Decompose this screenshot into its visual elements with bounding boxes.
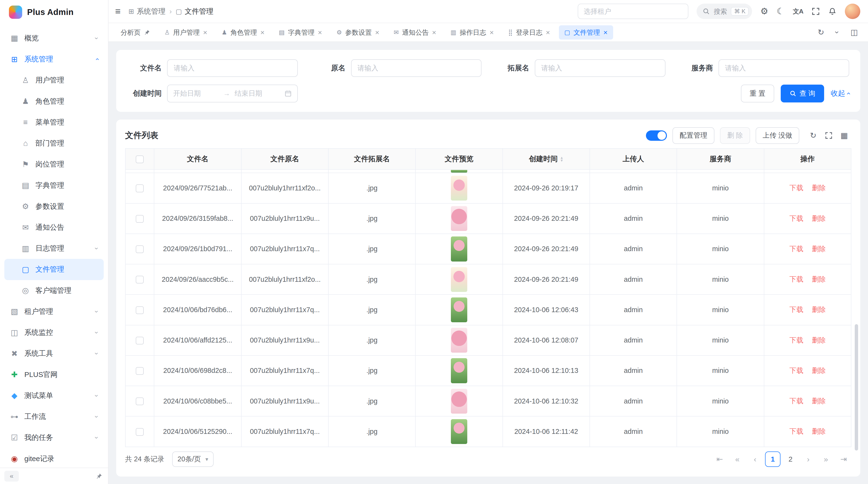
image-preview[interactable] <box>451 176 467 200</box>
row-checkbox[interactable] <box>136 246 144 253</box>
upload-button[interactable]: 上传 没做 <box>756 127 800 144</box>
tab[interactable]: ♟ 角色管理 × <box>216 25 270 40</box>
refresh-tab-icon[interactable]: ↻ <box>814 25 828 40</box>
download-link[interactable]: 下载 <box>789 305 803 313</box>
pin-sidebar-icon[interactable] <box>96 473 102 480</box>
sidebar-item[interactable]: ◎ 客户端管理 › <box>4 280 103 301</box>
row-checkbox[interactable] <box>136 337 144 345</box>
tab[interactable]: ⚙ 参数设置 × <box>331 25 385 40</box>
delete-button[interactable]: 删 除 <box>720 127 750 144</box>
delete-link[interactable]: 删除 <box>812 184 826 192</box>
sidebar-item[interactable]: ⚙ 参数设置 › <box>4 196 103 217</box>
sidebar-item[interactable]: ☑ 我的任务 › <box>4 427 103 448</box>
download-link[interactable]: 下载 <box>789 184 803 192</box>
filter-input[interactable] <box>535 59 665 77</box>
sidebar-item[interactable]: ⊞ 系统管理 › <box>4 49 103 70</box>
delete-link[interactable]: 删除 <box>812 397 826 405</box>
fullscreen-table-icon[interactable] <box>822 128 836 143</box>
tab[interactable]: ▢ 文件管理 × <box>559 25 613 40</box>
sidebar-item[interactable]: ◆ 测试菜单 › <box>4 385 103 406</box>
image-preview[interactable] <box>451 206 467 231</box>
image-preview[interactable] <box>451 389 467 414</box>
filter-input[interactable] <box>167 59 298 77</box>
tab[interactable]: ✉ 通知公告 × <box>388 25 442 40</box>
notifications-bell-icon[interactable] <box>828 7 836 15</box>
download-link[interactable]: 下载 <box>789 427 803 435</box>
forward-pages-button[interactable]: » <box>818 451 834 467</box>
image-preview[interactable] <box>451 267 467 292</box>
back-pages-button[interactable]: « <box>730 451 745 467</box>
sidebar-item[interactable]: ✉ 通知公告 › <box>4 217 103 238</box>
delete-link[interactable]: 删除 <box>812 275 826 283</box>
tab[interactable]: ⣿ 登录日志 × <box>503 25 556 40</box>
sidebar-item[interactable]: ⚑ 岗位管理 › <box>4 154 103 175</box>
sort-icon[interactable]: ▲▼ <box>560 156 563 162</box>
tab-close-icon[interactable]: × <box>490 29 494 36</box>
tab[interactable]: 分析页 × <box>115 25 156 40</box>
tab-close-icon[interactable]: × <box>318 29 322 36</box>
delete-link[interactable]: 删除 <box>812 305 826 313</box>
sidebar-item[interactable]: ⌂ 部门管理 › <box>4 133 103 154</box>
refresh-table-icon[interactable]: ↻ <box>806 128 820 143</box>
first-page-button[interactable]: ⇤ <box>712 451 727 467</box>
sidebar-item[interactable]: ▢ 文件管理 › <box>4 259 103 280</box>
toggle-switch[interactable] <box>646 130 667 141</box>
column-settings-icon[interactable]: ▦ <box>837 128 851 143</box>
sidebar-item[interactable]: ◉ gitee记录 › <box>4 448 103 467</box>
image-preview[interactable] <box>451 236 467 261</box>
tenant-select-input[interactable] <box>578 4 688 19</box>
download-link[interactable]: 下载 <box>789 215 803 222</box>
download-link[interactable]: 下载 <box>789 245 803 253</box>
sidebar-item[interactable]: ▧ 租户管理 › <box>4 301 103 322</box>
select-all-checkbox[interactable] <box>136 156 144 163</box>
last-page-button[interactable]: ⇥ <box>836 451 851 467</box>
prev-page-button[interactable]: ‹ <box>747 451 763 467</box>
tab[interactable]: ♙ 用户管理 × <box>159 25 213 40</box>
delete-link[interactable]: 删除 <box>812 245 826 253</box>
tab-close-icon[interactable]: × <box>603 29 607 36</box>
tab[interactable]: ▥ 操作日志 × <box>445 25 499 40</box>
page-number-button[interactable]: 1 <box>765 451 780 467</box>
reset-button[interactable]: 重 置 <box>741 85 774 102</box>
tab-close-icon[interactable]: × <box>432 29 436 36</box>
download-link[interactable]: 下载 <box>789 275 803 283</box>
row-checkbox[interactable] <box>136 276 144 284</box>
search-button[interactable]: 查 询 <box>781 85 824 102</box>
collapse-filters-link[interactable]: 收起 › <box>831 89 849 98</box>
app-logo[interactable]: Plus Admin <box>0 0 108 24</box>
fullscreen-icon[interactable] <box>812 7 820 15</box>
row-checkbox[interactable] <box>136 397 144 405</box>
breadcrumb-system[interactable]: ⊞ 系统管理 <box>128 6 165 17</box>
global-search[interactable]: 搜索 ⌘ K <box>696 4 752 19</box>
config-manage-button[interactable]: 配置管理 <box>673 127 714 144</box>
download-link[interactable]: 下载 <box>789 366 803 374</box>
delete-link[interactable]: 删除 <box>812 427 826 435</box>
sidebar-item[interactable]: ▥ 日志管理 › <box>4 238 103 259</box>
image-preview[interactable] <box>451 297 467 322</box>
row-checkbox[interactable] <box>136 428 144 436</box>
tab-close-icon[interactable]: × <box>260 29 265 36</box>
create-time-range-picker[interactable]: 开始日期 → 结束日期 <box>167 85 298 102</box>
tab-close-icon[interactable]: × <box>375 29 379 36</box>
filter-input[interactable] <box>351 59 482 77</box>
layout-settings-icon[interactable]: ◫ <box>847 25 862 40</box>
row-checkbox[interactable] <box>136 306 144 314</box>
image-preview[interactable] <box>451 419 467 444</box>
download-link[interactable]: 下载 <box>789 397 803 405</box>
delete-link[interactable]: 删除 <box>812 215 826 222</box>
tab-close-icon[interactable]: × <box>546 29 550 36</box>
sidebar-item[interactable]: ✖ 系统工具 › <box>4 343 103 364</box>
dark-mode-moon-icon[interactable]: ☾ <box>777 7 784 16</box>
tab[interactable]: ▤ 字典管理 × <box>273 25 328 40</box>
sidebar-item[interactable]: ✚ PLUS官网 › <box>4 364 103 385</box>
filter-input[interactable] <box>718 59 849 77</box>
sidebar-item[interactable]: ◫ 系统监控 › <box>4 322 103 343</box>
sidebar-collapse-button[interactable]: « <box>4 471 19 482</box>
next-page-button[interactable]: › <box>801 451 816 467</box>
sidebar-item[interactable]: ⊶ 工作流 › <box>4 406 103 427</box>
sidebar-item[interactable]: ♟ 角色管理 › <box>4 91 103 111</box>
table-scrollbar-thumb[interactable] <box>855 324 858 450</box>
settings-gear-icon[interactable]: ⚙ <box>760 7 768 16</box>
sidebar-item[interactable]: ♙ 用户管理 › <box>4 70 103 91</box>
page-number-button[interactable]: 2 <box>783 451 798 467</box>
